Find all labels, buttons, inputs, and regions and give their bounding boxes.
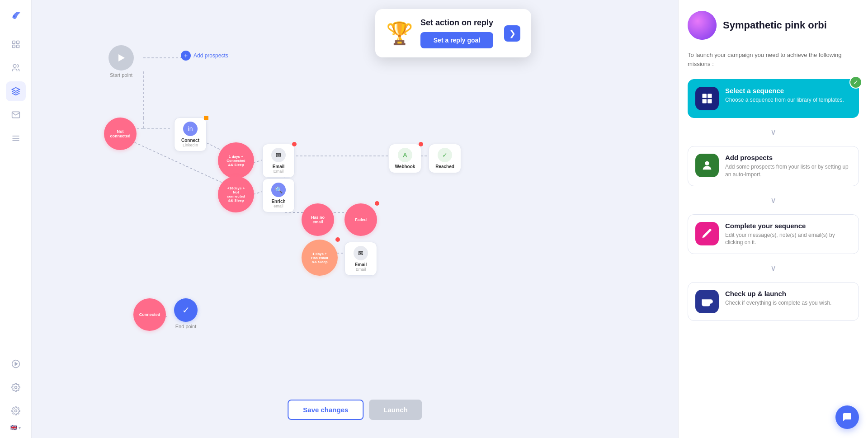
- mission-text-checkup: Check up & launch Check if everything is…: [725, 290, 851, 307]
- enrich-sub: email: [268, 204, 289, 208]
- email2-sub: Email: [350, 267, 371, 272]
- mission-desc-sequence: Choose a sequence from our library of te…: [725, 96, 851, 104]
- svg-point-35: [705, 161, 709, 165]
- start-node: Start point: [108, 45, 134, 78]
- sidebar-item-sequences[interactable]: [6, 128, 26, 148]
- svg-point-5: [13, 65, 16, 68]
- mission-title-prospects: Add prospects: [725, 154, 851, 161]
- connect-title: Connect: [180, 138, 201, 143]
- mission-desc-checkup: Check if everything is complete as you w…: [725, 299, 851, 307]
- has-no-email-node[interactable]: Has noemail: [302, 203, 334, 236]
- email2-node[interactable]: ✉ Email Email: [344, 242, 377, 276]
- has-no-email-label: Has noemail: [311, 215, 325, 224]
- connected-sleep-label: 1 days +Connected&& Sleep: [226, 155, 245, 167]
- svg-rect-3: [12, 45, 15, 48]
- connect-linkedin-node[interactable]: in Connect LinkedIn: [174, 118, 207, 151]
- svg-marker-10: [15, 363, 17, 366]
- trophy-icon: 🏆: [386, 21, 413, 46]
- logo[interactable]: [8, 7, 24, 24]
- email-sub: Email: [268, 169, 289, 174]
- campaign-avatar: [688, 11, 717, 40]
- webhook-node[interactable]: A Webhook: [389, 144, 421, 173]
- start-circle[interactable]: [108, 45, 134, 71]
- complete-icon: [695, 222, 719, 245]
- mission-title-checkup: Check up & launch: [725, 290, 851, 297]
- popup-title: Set action on reply: [420, 18, 493, 28]
- mission-desc-prospects: Add some prospects from your lists or by…: [725, 163, 851, 179]
- start-label: Start point: [110, 72, 132, 78]
- set-reply-goal-button[interactable]: Set a reply goal: [420, 32, 493, 48]
- chat-bubble-button[interactable]: [835, 405, 859, 429]
- has-email-sleep-label: 1 days +Has email&& Sleep: [311, 252, 328, 264]
- reached-title: Reached: [434, 164, 455, 169]
- language-selector[interactable]: 🇬🇧▾: [10, 424, 21, 431]
- mission-card-checkup[interactable]: Check up & launch Check if everything is…: [688, 282, 859, 321]
- chevron-down-2: ∨: [688, 193, 859, 207]
- mission-card-add-prospects[interactable]: Add prospects Add some prospects from yo…: [688, 146, 859, 186]
- enrich-email-node[interactable]: 🔍 Enrich email: [262, 179, 295, 212]
- svg-rect-32: [708, 94, 712, 98]
- sidebar-item-home[interactable]: [6, 34, 26, 54]
- sidebar-item-settings[interactable]: [6, 377, 26, 397]
- sidebar-item-play[interactable]: [6, 354, 26, 374]
- workflow-canvas[interactable]: Start point + Add prospects Notconnected…: [32, 0, 678, 438]
- sidebar-item-contacts[interactable]: [6, 58, 26, 78]
- connected-bottom-label: Connected: [139, 312, 160, 317]
- mission-text-sequence: Select a sequence Choose a sequence from…: [725, 87, 851, 104]
- mission-card-complete-sequence[interactable]: Complete your sequence Edit your message…: [688, 214, 859, 254]
- connect-sub: LinkedIn: [180, 143, 201, 147]
- svg-rect-33: [703, 99, 707, 103]
- failed-node[interactable]: Failed: [344, 203, 377, 236]
- popup-arrow-button[interactable]: ❯: [504, 25, 520, 42]
- campaign-title: Sympathetic pink orbi: [723, 19, 827, 31]
- svg-rect-1: [12, 41, 15, 44]
- mission-card-select-sequence[interactable]: ✓ Select a sequence Choose a sequence fr…: [688, 79, 859, 118]
- svg-marker-30: [118, 54, 125, 61]
- sidebar: 🇬🇧▾: [0, 0, 32, 438]
- not-connected-label: Notconnected: [110, 129, 130, 138]
- save-changes-button[interactable]: Save changes: [288, 400, 363, 420]
- prospects-icon: [695, 154, 719, 177]
- panel-header: Sympathetic pink orbi: [688, 11, 859, 40]
- end-point-node[interactable]: ✓ End point: [174, 298, 198, 329]
- mission-title-complete: Complete your sequence: [725, 222, 851, 230]
- sidebar-item-campaigns[interactable]: [6, 81, 26, 101]
- has-email-sleep-node[interactable]: 1 days +Has email&& Sleep: [302, 240, 338, 276]
- right-panel: Sympathetic pink orbi To launch your cam…: [678, 0, 868, 438]
- add-prospects-button[interactable]: + Add prospects: [181, 51, 228, 61]
- enrich-title: Enrich: [268, 199, 289, 204]
- sidebar-item-inbox[interactable]: [6, 105, 26, 125]
- bottom-toolbar: Save changes Launch: [288, 400, 422, 420]
- webhook-title: Webhook: [395, 164, 415, 169]
- add-prospects-label: Add prospects: [193, 52, 228, 59]
- reached-node[interactable]: ✓ Reached: [429, 144, 461, 173]
- svg-rect-34: [708, 99, 712, 103]
- svg-rect-31: [703, 94, 707, 98]
- mission-desc-complete: Edit your message(s), note(s) and email(…: [725, 231, 851, 247]
- not-connected-sleep-node[interactable]: +16days +Notconnected&& Sleep: [218, 176, 254, 212]
- connected-sleep-node[interactable]: 1 days +Connected&& Sleep: [218, 142, 254, 179]
- not-connected-node[interactable]: Notconnected: [104, 118, 137, 150]
- launch-icon: [695, 290, 719, 313]
- email-node[interactable]: ✉ Email Email: [262, 144, 295, 178]
- reply-goal-popup: 🏆 Set action on reply Set a reply goal ❯: [375, 9, 531, 57]
- mission-title-sequence: Select a sequence: [725, 87, 851, 94]
- chevron-down-1: ∨: [688, 125, 859, 139]
- svg-point-12: [14, 410, 17, 412]
- popup-content: Set action on reply Set a reply goal: [420, 18, 493, 48]
- end-point-label: End point: [175, 324, 196, 329]
- sidebar-item-settings2[interactable]: [6, 401, 26, 421]
- panel-description: To launch your campaign you need to achi…: [688, 51, 859, 68]
- launch-button[interactable]: Launch: [369, 400, 422, 420]
- email2-title: Email: [350, 262, 371, 267]
- sidebar-bottom: 🇬🇧▾: [6, 354, 26, 431]
- connected-bottom-node[interactable]: Connected: [133, 298, 166, 331]
- mission-text-prospects: Add prospects Add some prospects from yo…: [725, 154, 851, 179]
- chevron-down-3: ∨: [688, 261, 859, 275]
- svg-point-0: [13, 15, 15, 17]
- failed-label: Failed: [355, 217, 367, 222]
- svg-point-11: [14, 386, 17, 389]
- main-area: Start point + Add prospects Notconnected…: [32, 0, 678, 438]
- check-badge: ✓: [849, 76, 862, 89]
- svg-rect-2: [16, 41, 19, 44]
